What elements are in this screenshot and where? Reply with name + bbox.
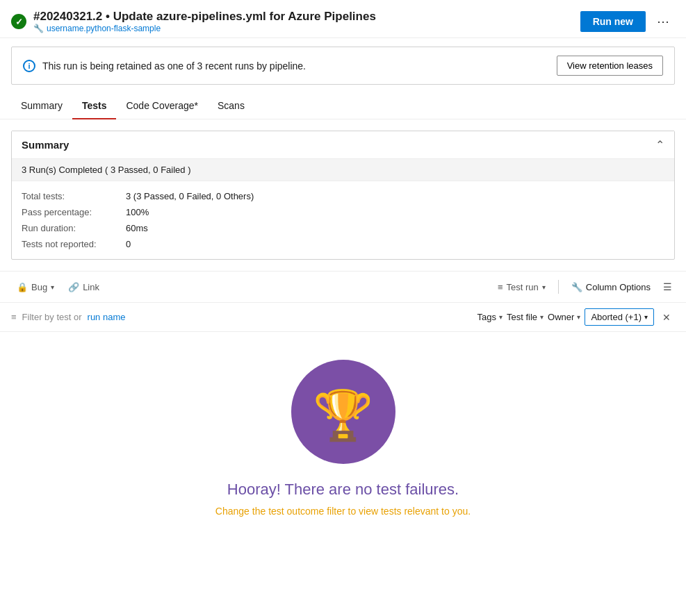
title-separator: • [106, 10, 110, 23]
link-icon: 🔗 [68, 282, 79, 292]
filter-lines-icon: ☰ [663, 281, 672, 292]
active-filter-label: Aborted (+1) [591, 312, 642, 322]
filter-icon: ≡ [11, 312, 17, 322]
subtitle-icon: 🔧 [33, 24, 44, 33]
test-run-label: Test run [507, 282, 539, 292]
bug-icon: 🔒 [17, 282, 28, 292]
run-summary-bar: 3 Run(s) Completed ( 3 Passed, 0 Failed … [12, 159, 674, 181]
tags-chevron-icon: ▾ [499, 313, 503, 321]
test-file-chevron-icon: ▾ [540, 313, 544, 321]
run-summary-text: 3 Run(s) Completed ( 3 Passed, 0 Failed … [22, 165, 191, 175]
info-icon: i [23, 60, 35, 72]
test-file-filter-button[interactable]: Test file ▾ [507, 312, 544, 322]
stat-label-duration: Run duration: [22, 223, 126, 233]
trophy-illustration: 🏆 [291, 360, 395, 464]
stat-value-not-reported: 0 [126, 239, 131, 249]
tags-label: Tags [477, 312, 496, 322]
build-title: Update azure-pipelines.yml for Azure Pip… [113, 10, 376, 23]
no-failures-subtitle[interactable]: Change the test outcome filter to view t… [215, 506, 471, 517]
stat-run-duration: Run duration: 60ms [22, 220, 664, 236]
link-button[interactable]: 🔗 Link [63, 279, 105, 295]
no-failures-title: Hooray! There are no test failures. [227, 481, 459, 499]
build-number: #20240321.2 [33, 10, 102, 23]
page-title: #20240321.2 • Update azure-pipelines.yml… [33, 10, 376, 24]
test-toolbar: 🔒 Bug ▾ 🔗 Link ≡ Test run ▾ 🔧 Column Opt… [0, 271, 686, 303]
filter-left[interactable]: ≡ Filter by test or run name [11, 312, 125, 322]
run-new-button[interactable]: Run new [580, 11, 646, 32]
stat-total-tests: Total tests: 3 (3 Passed, 0 Failed, 0 Ot… [22, 188, 664, 204]
header-subtitle[interactable]: 🔧 username.python-flask-sample [33, 24, 376, 33]
test-file-label: Test file [507, 312, 537, 322]
summary-header: Summary ⌃ [12, 131, 674, 159]
success-icon [11, 14, 26, 29]
stat-value-pass: 100% [126, 207, 149, 217]
filter-close-button[interactable]: ✕ [658, 310, 675, 324]
test-run-chevron-icon: ▾ [542, 283, 546, 291]
page-header: #20240321.2 • Update azure-pipelines.yml… [0, 0, 686, 38]
no-failures-area: 🏆 Hooray! There are no test failures. Ch… [0, 332, 686, 558]
toolbar-left: 🔒 Bug ▾ 🔗 Link [11, 279, 105, 295]
collapse-icon[interactable]: ⌃ [655, 138, 664, 151]
stat-value-total: 3 (3 Passed, 0 Failed, 0 Others) [126, 191, 254, 201]
stat-not-reported: Tests not reported: 0 [22, 236, 664, 252]
bug-chevron-icon: ▾ [51, 283, 54, 291]
summary-title: Summary [22, 139, 69, 151]
tab-tests[interactable]: Tests [72, 93, 117, 119]
stat-label-not-reported: Tests not reported: [22, 239, 126, 249]
stat-label-pass: Pass percentage: [22, 207, 126, 217]
column-options-label: Column Options [586, 282, 651, 292]
filter-placeholder-text: Filter by test or [22, 312, 82, 322]
tab-scans[interactable]: Scans [208, 93, 254, 119]
subtitle-link[interactable]: username.python-flask-sample [47, 24, 161, 33]
owner-chevron-icon: ▾ [577, 313, 580, 321]
test-run-icon: ≡ [498, 282, 503, 292]
retention-message: This run is being retained as one of 3 r… [42, 60, 306, 72]
tab-coverage[interactable]: Code Coverage* [116, 93, 208, 119]
link-label: Link [83, 282, 99, 292]
tab-bar: Summary Tests Code Coverage* Scans [0, 93, 686, 119]
test-run-button[interactable]: ≡ Test run ▾ [492, 279, 551, 295]
tab-summary[interactable]: Summary [11, 93, 72, 119]
close-icon: ✕ [662, 312, 671, 323]
summary-section: Summary ⌃ 3 Run(s) Completed ( 3 Passed,… [11, 131, 675, 260]
header-right: Run new ⋯ [580, 11, 675, 32]
view-retention-button[interactable]: View retention leases [557, 56, 663, 76]
owner-label: Owner [548, 312, 574, 322]
column-options-button[interactable]: 🔧 Column Options [566, 279, 656, 295]
stat-value-duration: 60ms [126, 223, 148, 233]
bug-label: Bug [31, 282, 47, 292]
header-left: #20240321.2 • Update azure-pipelines.yml… [11, 10, 376, 33]
retention-banner: i This run is being retained as one of 3… [11, 47, 675, 85]
filter-lines-button[interactable]: ☰ [660, 278, 675, 295]
header-title-group: #20240321.2 • Update azure-pipelines.yml… [33, 10, 376, 33]
active-filter-chevron-icon: ▾ [644, 313, 648, 321]
more-options-button[interactable]: ⋯ [651, 11, 675, 32]
filter-bar: ≡ Filter by test or run name Tags ▾ Test… [0, 303, 686, 332]
retention-left: i This run is being retained as one of 3… [23, 60, 306, 72]
active-filter-badge[interactable]: Aborted (+1) ▾ [585, 308, 654, 326]
tags-filter-button[interactable]: Tags ▾ [477, 312, 503, 322]
owner-filter-button[interactable]: Owner ▾ [548, 312, 580, 322]
trophy-icon: 🏆 [313, 391, 373, 440]
toolbar-divider [558, 280, 559, 294]
toolbar-right: ≡ Test run ▾ 🔧 Column Options ☰ [492, 278, 675, 295]
summary-stats: Total tests: 3 (3 Passed, 0 Failed, 0 Ot… [12, 181, 674, 259]
bug-button[interactable]: 🔒 Bug ▾ [11, 279, 60, 295]
stat-pass-percentage: Pass percentage: 100% [22, 204, 664, 220]
stat-label-total: Total tests: [22, 191, 126, 201]
filter-right: Tags ▾ Test file ▾ Owner ▾ Aborted (+1) … [477, 308, 675, 326]
filter-run-link[interactable]: run name [88, 312, 126, 322]
wrench-icon: 🔧 [571, 282, 582, 292]
